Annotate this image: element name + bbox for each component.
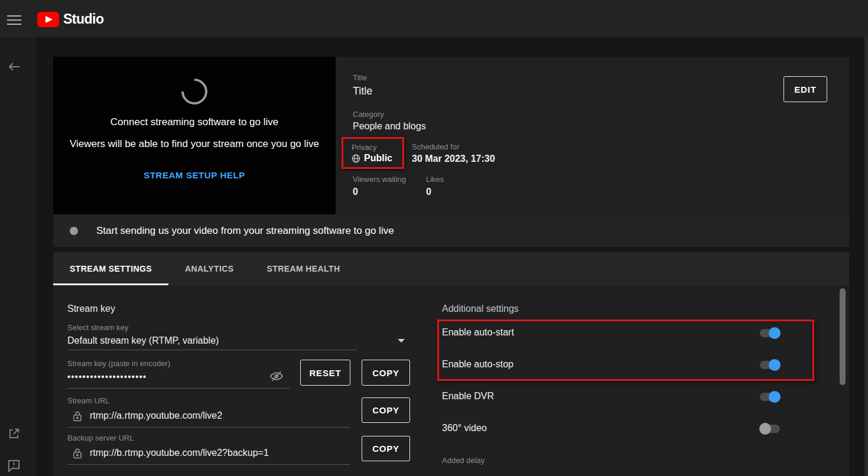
likes-label: Likes bbox=[426, 175, 444, 184]
brand-text: Studio bbox=[63, 11, 104, 27]
toggle-label-360-video: 360° video bbox=[442, 423, 487, 433]
stream-url-label: Stream URL bbox=[67, 396, 110, 405]
globe-icon bbox=[352, 154, 360, 163]
youtube-studio-live-dashboard: Studio Connect streaming software to go … bbox=[0, 0, 868, 476]
preview-viewers-text: Viewers will be able to find your stream… bbox=[53, 138, 336, 150]
stream-status-bar: Start sending us your video from your st… bbox=[53, 214, 849, 247]
select-stream-key-label: Select stream key bbox=[67, 323, 128, 332]
stream-key-heading: Stream key bbox=[67, 304, 115, 314]
toggle-label-auto-stop: Enable auto-stop bbox=[442, 359, 513, 370]
privacy-value: Public bbox=[364, 153, 392, 164]
toggle-label-enable-dvr: Enable DVR bbox=[442, 391, 494, 402]
title-label: Title bbox=[353, 73, 367, 82]
copy-stream-key-button[interactable]: COPY bbox=[362, 360, 410, 386]
category-value: People and blogs bbox=[353, 121, 426, 132]
viewers-waiting-label: Viewers waiting bbox=[353, 175, 406, 184]
edit-button[interactable]: EDIT bbox=[784, 76, 827, 102]
lock-icon bbox=[72, 410, 83, 422]
stream-setup-help-link[interactable]: STREAM SETUP HELP bbox=[53, 170, 336, 180]
tab-analytics[interactable]: ANALYTICS bbox=[168, 252, 250, 285]
left-sidebar bbox=[0, 37, 37, 476]
category-label: Category bbox=[353, 110, 384, 119]
status-message: Start sending us your video from your st… bbox=[96, 225, 394, 237]
youtube-play-icon bbox=[37, 12, 59, 27]
status-dot-icon bbox=[70, 227, 78, 235]
top-bar: Studio bbox=[0, 0, 868, 37]
toggle-360-video[interactable] bbox=[760, 425, 780, 433]
copy-stream-url-button[interactable]: COPY bbox=[362, 397, 410, 423]
tab-bar: STREAM SETTINGS ANALYTICS STREAM HEALTH bbox=[53, 252, 849, 285]
copy-backup-url-button[interactable]: COPY bbox=[362, 436, 410, 461]
privacy-annotation-box: Privacy Public bbox=[342, 137, 404, 169]
chevron-down-icon[interactable] bbox=[398, 339, 405, 343]
reset-stream-key-button[interactable]: RESET bbox=[300, 360, 350, 386]
youtube-studio-logo[interactable]: Studio bbox=[37, 11, 104, 27]
stream-key-field-label: Stream key (paste in encoder) bbox=[67, 359, 170, 368]
send-feedback-icon[interactable] bbox=[7, 459, 22, 474]
backup-server-url-value[interactable]: rtmp://b.rtmp.youtube.com/live2?backup=1 bbox=[90, 448, 269, 458]
scheduled-for-value: 30 Mar 2023, 17:30 bbox=[412, 154, 495, 164]
privacy-label: Privacy bbox=[352, 143, 377, 152]
tab-stream-health[interactable]: STREAM HEALTH bbox=[250, 252, 356, 285]
loading-spinner-icon bbox=[176, 73, 213, 110]
stream-url-value[interactable]: rtmp://a.rtmp.youtube.com/live2 bbox=[90, 410, 222, 421]
toggle-enable-auto-start[interactable] bbox=[760, 329, 780, 337]
tab-stream-settings[interactable]: STREAM SETTINGS bbox=[53, 252, 168, 285]
stream-info-card: Connect streaming software to go live Vi… bbox=[53, 57, 849, 247]
stream-preview-player: Connect streaming software to go live Vi… bbox=[53, 57, 336, 214]
additional-settings-heading: Additional settings bbox=[442, 304, 519, 314]
stream-key-select[interactable]: Default stream key (RTMP, variable) bbox=[67, 335, 219, 346]
settings-scrollbar-thumb[interactable] bbox=[840, 288, 846, 385]
back-arrow-icon[interactable] bbox=[7, 60, 22, 75]
scheduled-for-label: Scheduled for bbox=[412, 142, 459, 151]
preview-connect-text: Connect streaming software to go live bbox=[53, 116, 336, 128]
toggle-enable-dvr[interactable] bbox=[760, 393, 780, 401]
window-scrollbar[interactable] bbox=[864, 37, 868, 476]
likes-value: 0 bbox=[426, 187, 431, 197]
stream-settings-card: STREAM SETTINGS ANALYTICS STREAM HEALTH … bbox=[53, 252, 849, 476]
open-in-new-icon[interactable] bbox=[7, 427, 22, 442]
viewers-waiting-value: 0 bbox=[353, 187, 358, 197]
toggle-label-auto-start: Enable auto-start bbox=[442, 327, 514, 338]
title-value: Title bbox=[353, 85, 372, 97]
added-delay-label: Added delay bbox=[442, 456, 485, 465]
toggle-enable-auto-stop[interactable] bbox=[760, 361, 780, 369]
show-hide-key-icon[interactable] bbox=[269, 369, 284, 383]
lock-icon bbox=[72, 448, 83, 459]
hamburger-menu-icon[interactable] bbox=[7, 12, 21, 24]
stream-key-masked-value[interactable]: ••••••••••••••••••••• bbox=[67, 372, 147, 382]
backup-server-url-label: Backup server URL bbox=[67, 433, 134, 442]
